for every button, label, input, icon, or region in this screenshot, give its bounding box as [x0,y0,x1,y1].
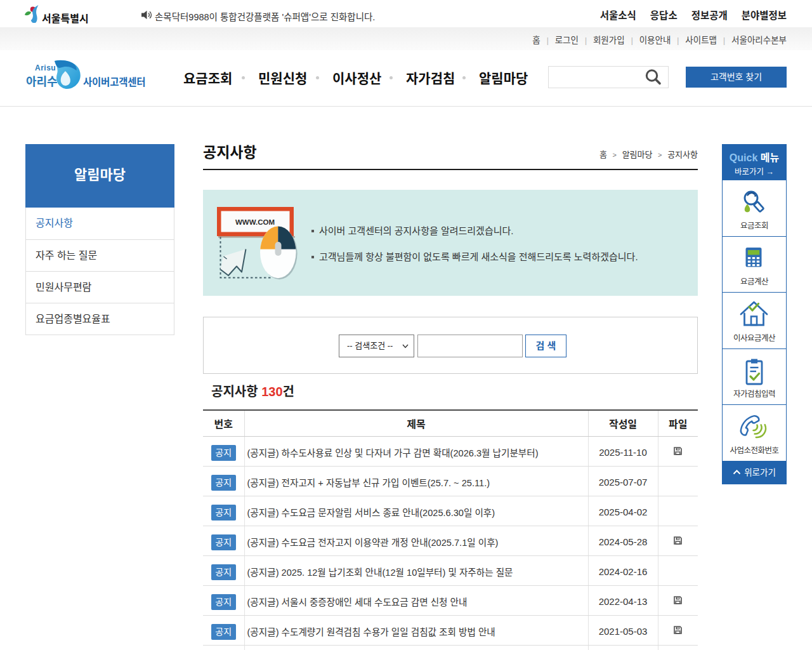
svg-text:WWW.COM: WWW.COM [235,218,275,226]
